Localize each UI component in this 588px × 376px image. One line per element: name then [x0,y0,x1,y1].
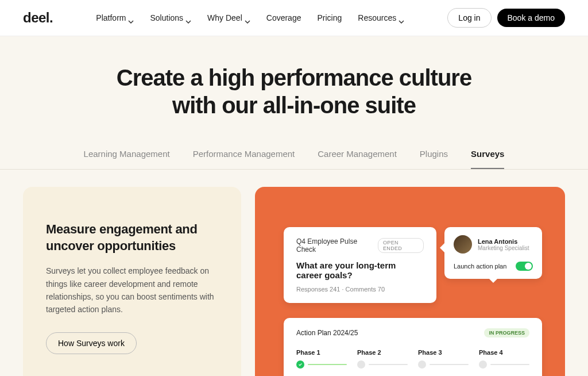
nav-label: Resources [358,13,396,22]
nav-pricing[interactable]: Pricing [317,13,342,22]
tab-career-management[interactable]: Career Management [318,142,397,169]
phase-2: Phase 2 Identify strengths and weaknesse… [357,349,408,376]
phase-1: Phase 1 Schedule frequent one-on-one mee… [296,349,347,376]
tab-plugins[interactable]: Plugins [420,142,448,169]
progress-line [369,364,408,365]
chevron-down-icon [245,16,250,20]
logo[interactable]: deel. [23,10,53,26]
status-badge: IN PROGRESS [484,328,529,337]
action-plan-toggle[interactable] [516,262,533,271]
feature-body: Surveys let you collect employee feedbac… [46,264,218,316]
pointer-icon [440,243,444,252]
phase-4: Phase 4 Pair up with an experienced ment… [479,349,529,376]
nav-resources[interactable]: Resources [358,13,404,22]
hero: Create a high performance culture with o… [0,36,588,170]
progress-line [430,364,469,365]
nav-coverage[interactable]: Coverage [266,13,301,22]
feature-title: Measure engagement and uncover opportuni… [46,221,218,254]
survey-meta: Responses 241 · Comments 70 [296,286,424,293]
header: deel. Platform Solutions Why Deel Covera… [0,0,588,36]
book-demo-button[interactable]: Book a demo [497,9,566,27]
login-button[interactable]: Log in [447,8,491,28]
nav-label: Platform [96,13,126,22]
phase-3: Phase 3 Provide opportunities for releva… [418,349,469,376]
chevron-down-icon [128,16,134,20]
content-row: Measure engagement and uncover opportuni… [23,170,565,376]
progress-line [308,364,347,365]
how-surveys-work-button[interactable]: How Surveys work [46,332,137,354]
phase-label: Phase 1 [296,349,347,356]
phases: Phase 1 Schedule frequent one-on-one mee… [296,349,529,376]
progress-line [490,364,529,365]
survey-card: Q4 Employee Pulse Check OPEN ENDED What … [284,227,436,303]
tabs: Learning Management Performance Manageme… [0,142,588,170]
chevron-down-icon [399,16,404,20]
pointer-icon [489,279,497,283]
nav-label: Coverage [266,13,301,22]
check-icon [296,360,304,369]
action-plan-card: Action Plan 2024/25 IN PROGRESS Phase 1 … [284,318,542,376]
person-card: Lena Antonis Marketing Specialist Launch… [444,227,542,279]
avatar [454,235,472,254]
nav-label: Pricing [317,13,342,22]
hero-title: Create a high performance culture with o… [93,64,495,119]
phase-label: Phase 3 [418,349,469,356]
header-actions: Log in Book a demo [447,8,565,28]
phase-label: Phase 4 [479,349,529,356]
chevron-down-icon [185,16,191,20]
survey-question: What are your long-term career goals? [296,260,424,280]
nav-label: Why Deel [207,13,242,22]
survey-name: Q4 Employee Pulse Check [296,237,378,254]
survey-type-badge: OPEN ENDED [378,238,424,253]
circle-icon [357,360,365,369]
nav-label: Solutions [150,13,183,22]
main-nav: Platform Solutions Why Deel Coverage Pri… [96,13,404,22]
circle-icon [418,360,426,369]
nav-why-deel[interactable]: Why Deel [207,13,250,22]
preview-panel: Q4 Employee Pulse Check OPEN ENDED What … [255,187,565,376]
phase-label: Phase 2 [357,349,408,356]
person-name: Lena Antonis [478,238,529,245]
tab-performance-management[interactable]: Performance Management [193,142,295,169]
feature-card: Measure engagement and uncover opportuni… [23,187,241,376]
nav-solutions[interactable]: Solutions [150,13,191,22]
nav-platform[interactable]: Platform [96,13,134,22]
person-role: Marketing Specialist [478,245,529,251]
action-plan-label: Launch action plan [454,263,506,270]
tab-surveys[interactable]: Surveys [471,142,504,169]
plan-title: Action Plan 2024/25 [296,329,358,337]
tab-learning-management[interactable]: Learning Management [84,142,170,169]
circle-icon [479,360,487,369]
